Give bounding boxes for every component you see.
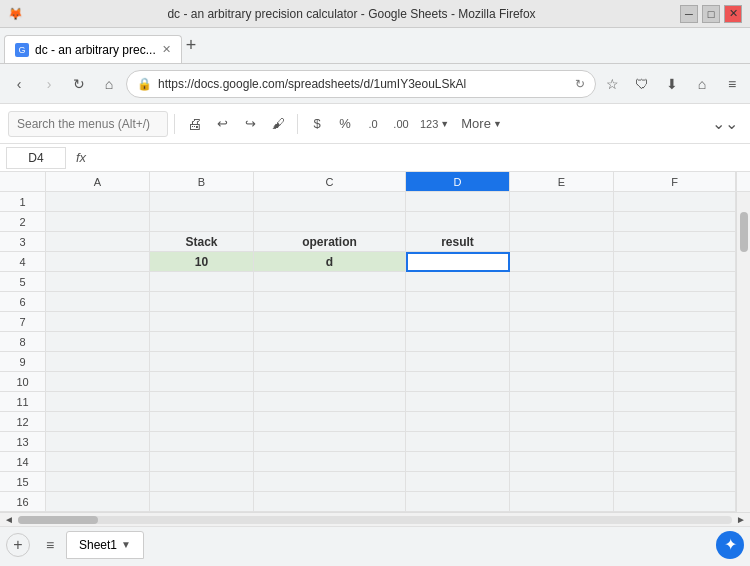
cell-d9[interactable] bbox=[406, 352, 510, 372]
cell-a1[interactable] bbox=[46, 192, 150, 212]
menu-search-input[interactable] bbox=[8, 111, 168, 137]
cell-b5[interactable] bbox=[150, 272, 254, 292]
cell-d6[interactable] bbox=[406, 292, 510, 312]
reload-icon[interactable]: ↻ bbox=[575, 77, 585, 91]
cell-b11[interactable] bbox=[150, 392, 254, 412]
cell-a12[interactable] bbox=[46, 412, 150, 432]
row-num-1[interactable]: 1 bbox=[0, 192, 45, 212]
cell-a6[interactable] bbox=[46, 292, 150, 312]
cell-c16[interactable] bbox=[254, 492, 406, 512]
cell-b13[interactable] bbox=[150, 432, 254, 452]
cell-a8[interactable] bbox=[46, 332, 150, 352]
col-header-a[interactable]: A bbox=[46, 172, 150, 191]
forward-button[interactable]: › bbox=[36, 71, 62, 97]
paint-format-button[interactable]: 🖌 bbox=[265, 111, 291, 137]
cell-f5[interactable] bbox=[614, 272, 736, 292]
row-num-15[interactable]: 15 bbox=[0, 472, 45, 492]
download-icon[interactable]: ⬇ bbox=[660, 72, 684, 96]
print-button[interactable]: 🖨 bbox=[181, 111, 207, 137]
col-header-b[interactable]: B bbox=[150, 172, 254, 191]
cell-d16[interactable] bbox=[406, 492, 510, 512]
refresh-button[interactable]: ↻ bbox=[66, 71, 92, 97]
cell-c2[interactable] bbox=[254, 212, 406, 232]
col-header-e[interactable]: E bbox=[510, 172, 614, 191]
row-num-2[interactable]: 2 bbox=[0, 212, 45, 232]
cell-f15[interactable] bbox=[614, 472, 736, 492]
cell-f10[interactable] bbox=[614, 372, 736, 392]
cell-d2[interactable] bbox=[406, 212, 510, 232]
cell-e4[interactable] bbox=[510, 252, 614, 272]
cell-e5[interactable] bbox=[510, 272, 614, 292]
cell-a3[interactable] bbox=[46, 232, 150, 252]
cell-e14[interactable] bbox=[510, 452, 614, 472]
cell-f3[interactable] bbox=[614, 232, 736, 252]
cell-c3[interactable]: operation bbox=[254, 232, 406, 252]
cell-d5[interactable] bbox=[406, 272, 510, 292]
row-num-4[interactable]: 4 bbox=[0, 252, 45, 272]
cell-d3[interactable]: result bbox=[406, 232, 510, 252]
back-button[interactable]: ‹ bbox=[6, 71, 32, 97]
shields-icon[interactable]: 🛡 bbox=[630, 72, 654, 96]
cell-f14[interactable] bbox=[614, 452, 736, 472]
cell-a11[interactable] bbox=[46, 392, 150, 412]
cell-e2[interactable] bbox=[510, 212, 614, 232]
close-button[interactable]: ✕ bbox=[724, 5, 742, 23]
horizontal-scrollbar-thumb[interactable] bbox=[18, 516, 98, 524]
cell-a13[interactable] bbox=[46, 432, 150, 452]
cell-d10[interactable] bbox=[406, 372, 510, 392]
browser-tab-active[interactable]: G dc - an arbitrary prec... ✕ bbox=[4, 35, 182, 63]
sheet-tab-sheet1[interactable]: Sheet1 ▼ bbox=[66, 531, 144, 559]
row-num-3[interactable]: 3 bbox=[0, 232, 45, 252]
row-num-13[interactable]: 13 bbox=[0, 432, 45, 452]
cell-e15[interactable] bbox=[510, 472, 614, 492]
cell-b7[interactable] bbox=[150, 312, 254, 332]
cell-d15[interactable] bbox=[406, 472, 510, 492]
cell-d7[interactable] bbox=[406, 312, 510, 332]
cell-e10[interactable] bbox=[510, 372, 614, 392]
row-num-5[interactable]: 5 bbox=[0, 272, 45, 292]
cell-a7[interactable] bbox=[46, 312, 150, 332]
cell-c7[interactable] bbox=[254, 312, 406, 332]
cell-f11[interactable] bbox=[614, 392, 736, 412]
row-num-16[interactable]: 16 bbox=[0, 492, 45, 512]
cell-a2[interactable] bbox=[46, 212, 150, 232]
cell-c4[interactable]: d bbox=[254, 252, 406, 272]
cell-e3[interactable] bbox=[510, 232, 614, 252]
undo-button[interactable]: ↩ bbox=[209, 111, 235, 137]
url-bar[interactable]: 🔒 https://docs.google.com/spreadsheets/d… bbox=[126, 70, 596, 98]
row-num-14[interactable]: 14 bbox=[0, 452, 45, 472]
cell-c6[interactable] bbox=[254, 292, 406, 312]
cell-a5[interactable] bbox=[46, 272, 150, 292]
cell-a10[interactable] bbox=[46, 372, 150, 392]
cell-f4[interactable] bbox=[614, 252, 736, 272]
cell-a9[interactable] bbox=[46, 352, 150, 372]
decimal-increase-button[interactable]: .00 bbox=[388, 111, 414, 137]
cell-f13[interactable] bbox=[614, 432, 736, 452]
cell-b14[interactable] bbox=[150, 452, 254, 472]
cell-b16[interactable] bbox=[150, 492, 254, 512]
row-num-8[interactable]: 8 bbox=[0, 332, 45, 352]
scrollbar-thumb[interactable] bbox=[740, 212, 748, 252]
cell-b10[interactable] bbox=[150, 372, 254, 392]
bookmark-icon[interactable]: ☆ bbox=[600, 72, 624, 96]
redo-button[interactable]: ↪ bbox=[237, 111, 263, 137]
cell-e11[interactable] bbox=[510, 392, 614, 412]
cell-e13[interactable] bbox=[510, 432, 614, 452]
cell-f8[interactable] bbox=[614, 332, 736, 352]
cell-d11[interactable] bbox=[406, 392, 510, 412]
cell-b8[interactable] bbox=[150, 332, 254, 352]
row-num-7[interactable]: 7 bbox=[0, 312, 45, 332]
titlebar-controls[interactable]: ─ □ ✕ bbox=[680, 5, 742, 23]
cell-a4[interactable] bbox=[46, 252, 150, 272]
col-header-c[interactable]: C bbox=[254, 172, 406, 191]
cell-d12[interactable] bbox=[406, 412, 510, 432]
cell-b2[interactable] bbox=[150, 212, 254, 232]
row-num-12[interactable]: 12 bbox=[0, 412, 45, 432]
cell-a14[interactable] bbox=[46, 452, 150, 472]
cell-f16[interactable] bbox=[614, 492, 736, 512]
scroll-left-button[interactable]: ◄ bbox=[2, 515, 16, 525]
currency-button[interactable]: $ bbox=[304, 111, 330, 137]
vertical-scrollbar[interactable] bbox=[736, 192, 750, 512]
cell-a16[interactable] bbox=[46, 492, 150, 512]
number-format-button[interactable]: 123 ▼ bbox=[416, 111, 453, 137]
